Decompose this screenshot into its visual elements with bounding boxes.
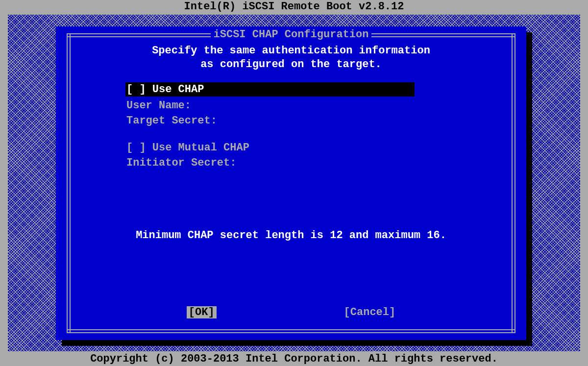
bios-screen: Intel(R) iSCSI Remote Boot v2.8.12 iSCSI…	[0, 0, 588, 366]
ok-button[interactable]: [OK]	[187, 306, 217, 318]
dialog-inner: iSCSI CHAP Configuration Specify the sam…	[67, 33, 515, 333]
use-mutual-chap-checkbox[interactable]: [ ] Use Mutual CHAP	[126, 141, 491, 156]
secret-length-hint: Minimum CHAP secret length is 12 and max…	[67, 229, 515, 242]
disabled-group: [ ] Use Mutual CHAP Initiator Secret:	[125, 141, 491, 171]
frame-line	[67, 36, 515, 37]
frame-line	[514, 33, 515, 333]
frame-line	[512, 33, 513, 333]
button-row: [OK] [Cancel]	[67, 306, 515, 318]
subtitle-line: as configured on the target.	[67, 58, 515, 72]
frame-line	[67, 332, 515, 333]
chap-config-dialog: iSCSI CHAP Configuration Specify the sam…	[56, 26, 526, 340]
disabled-group: User Name: Target Secret:	[125, 98, 491, 129]
cancel-button[interactable]: [Cancel]	[344, 306, 396, 318]
user-name-field[interactable]: User Name:	[126, 98, 491, 114]
desktop-area: iSCSI CHAP Configuration Specify the sam…	[0, 15, 588, 351]
frame-line	[67, 329, 515, 330]
frame-line	[67, 33, 68, 333]
initiator-secret-field[interactable]: Initiator Secret:	[126, 156, 491, 171]
frame-line	[70, 33, 71, 333]
app-title: Intel(R) iSCSI Remote Boot v2.8.12	[184, 0, 404, 13]
header-bar: Intel(R) iSCSI Remote Boot v2.8.12	[0, 0, 588, 15]
target-secret-field[interactable]: Target Secret:	[126, 114, 491, 129]
subtitle-line: Specify the same authentication informat…	[67, 44, 515, 58]
frame-line	[67, 33, 515, 34]
use-chap-checkbox[interactable]: [ ] Use CHAP	[125, 82, 415, 97]
copyright-text: Copyright (c) 2003-2013 Intel Corporatio…	[90, 353, 498, 365]
spacer	[125, 129, 491, 139]
form-area: [ ] Use CHAP User Name: Target Secret: […	[125, 82, 491, 171]
footer-bar: Copyright (c) 2003-2013 Intel Corporatio…	[0, 351, 588, 366]
dialog-subtitle: Specify the same authentication informat…	[67, 33, 515, 71]
